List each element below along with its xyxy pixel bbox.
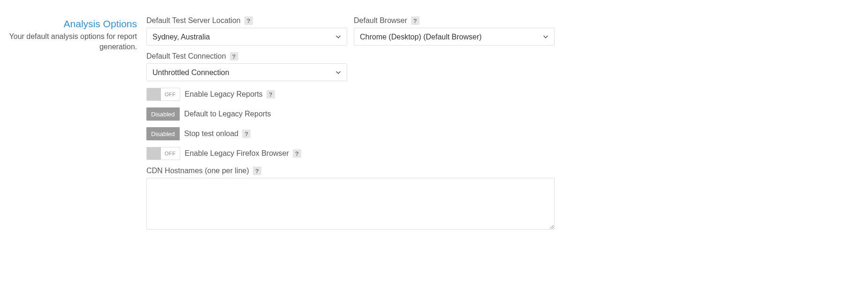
help-icon[interactable]: ?: [411, 16, 419, 25]
browser-label: Default Browser: [354, 16, 407, 25]
connection-label: Default Test Connection: [146, 52, 226, 61]
help-icon[interactable]: ?: [230, 52, 238, 61]
section-description: Your default analysis options for report…: [0, 31, 137, 52]
help-icon[interactable]: ?: [253, 167, 261, 175]
enable-legacy-reports-label: Enable Legacy Reports: [185, 90, 263, 99]
cdn-hostnames-label: CDN Hostnames (one per line): [146, 167, 249, 175]
enable-legacy-reports-toggle[interactable]: OFF: [146, 88, 180, 101]
help-icon[interactable]: ?: [244, 16, 253, 25]
default-legacy-reports-toggle: Disabled: [146, 107, 180, 121]
help-icon[interactable]: ?: [266, 90, 275, 99]
help-icon[interactable]: ?: [242, 130, 251, 138]
section-title: Analysis Options: [0, 18, 137, 30]
help-icon[interactable]: ?: [293, 149, 301, 158]
cdn-hostnames-textarea[interactable]: [146, 178, 555, 230]
stop-test-onload-toggle: Disabled: [146, 127, 180, 140]
server-location-label: Default Test Server Location: [146, 16, 241, 25]
connection-select[interactable]: Unthrottled Connection: [146, 63, 347, 81]
enable-legacy-firefox-label: Enable Legacy Firefox Browser: [185, 149, 289, 158]
stop-test-onload-label: Stop test onload: [184, 130, 239, 138]
default-legacy-reports-label: Default to Legacy Reports: [184, 110, 271, 118]
server-location-select[interactable]: Sydney, Australia: [146, 28, 347, 46]
browser-select[interactable]: Chrome (Desktop) (Default Browser): [354, 28, 555, 46]
enable-legacy-firefox-toggle[interactable]: OFF: [146, 147, 180, 160]
